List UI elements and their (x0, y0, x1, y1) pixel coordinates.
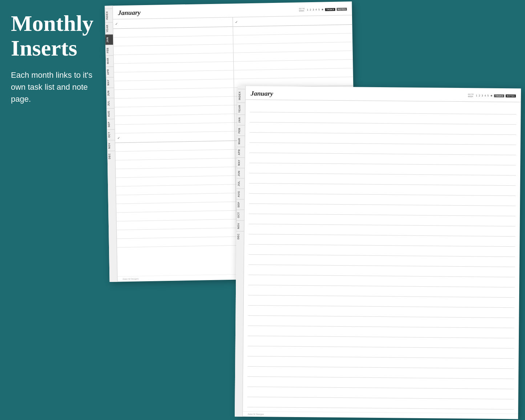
tab-dec-p1[interactable]: DEC (107, 151, 115, 162)
tasks-badge-p1[interactable]: TASKS (325, 8, 335, 11)
tab-apr-p2[interactable]: APR (237, 146, 245, 157)
tab-jun-p1[interactable]: JUN (106, 88, 114, 98)
nav-num-4-p2[interactable]: 4 (484, 94, 486, 97)
go-to-week-label-p2: GO TOWEEK (468, 93, 474, 97)
page2-nav: GO TOWEEK 1 2 3 4 5 ★ TASKS NOTES (468, 93, 516, 98)
tab-mar-p1[interactable]: MAR (106, 55, 114, 66)
page2-content: January GO TOWEEK 1 2 3 4 5 ★ TASKS NOTE… (243, 86, 521, 419)
tab-jul-p2[interactable]: JUL (237, 178, 245, 189)
tab-oct-p1[interactable]: OCT (107, 129, 115, 140)
nav-num-2-p1[interactable]: 2 (310, 8, 311, 11)
page1-title: January (118, 9, 141, 17)
tab-jan-p1[interactable]: JAN (105, 35, 113, 45)
left-panel: Monthly Inserts Each month links to it's… (11, 11, 105, 105)
go-to-week-label-p1: GO TOWEEK (299, 8, 305, 12)
page1-nav: GO TOWEEK 1 2 3 4 5 ★ TASKS NOTES (299, 7, 347, 12)
tab-aug-p1[interactable]: AUG (106, 108, 114, 119)
tab-sep-p2[interactable]: SEP (237, 199, 244, 210)
tasks-badge-p2[interactable]: TASKS (494, 94, 504, 97)
nav-num-3-p1[interactable]: 3 (312, 8, 314, 11)
tab-sep-p1[interactable]: SEP (107, 119, 114, 129)
check-icon-1: ✓ (115, 22, 118, 26)
page-2-notes: INDEX YEAR JAN FEB MAR APR MAY JUN JUL A… (235, 86, 521, 419)
tab-jun-p2[interactable]: JUN (237, 168, 245, 178)
tab-nov-p1[interactable]: NOV (107, 140, 115, 151)
page2-header: January GO TOWEEK 1 2 3 4 5 ★ TASKS NOTE… (246, 86, 521, 102)
tab-jul-p1[interactable]: JUL (106, 98, 114, 108)
nav-num-4-p1[interactable]: 4 (315, 8, 317, 11)
tab-year-p2[interactable]: YEAR (237, 102, 245, 115)
star-icon-p1[interactable]: ★ (321, 8, 324, 11)
tab-year-p1[interactable]: YEAR (105, 22, 113, 35)
tab-feb-p1[interactable]: FEB (105, 45, 113, 55)
tab-jan-p2[interactable]: JAN (237, 115, 245, 125)
tab-may-p2[interactable]: MAY (237, 157, 245, 168)
nav-num-1-p1[interactable]: 1 (307, 8, 308, 11)
tab-apr-p1[interactable]: APR (106, 66, 114, 77)
page2-title: January (251, 90, 273, 98)
tab-may-p1[interactable]: MAY (106, 77, 114, 88)
tab-mar-p2[interactable]: MAR (237, 136, 245, 147)
tab-index-p2[interactable]: INDEX (238, 89, 245, 102)
tab-dec-p2[interactable]: DEC (236, 231, 244, 242)
notes-badge-p2[interactable]: NOTES (506, 94, 516, 97)
check-icon-mid: ✓ (117, 136, 120, 140)
description-text: Each month links to it's own task list a… (11, 69, 105, 105)
task-col-1: ✓ ✓ (113, 17, 237, 276)
nav-num-3-p2[interactable]: 3 (481, 94, 483, 97)
main-title: Monthly Inserts (11, 11, 105, 60)
nav-num-5-p1[interactable]: 5 (318, 8, 320, 11)
tab-index-p1[interactable]: INDEX (105, 9, 113, 22)
nav-num-1-p2[interactable]: 1 (476, 94, 477, 97)
tab-feb-p2[interactable]: FEB (237, 125, 245, 136)
page2-lines-area (243, 100, 521, 414)
check-icon-2: ✓ (235, 20, 238, 24)
star-icon-p2[interactable]: ★ (490, 94, 493, 97)
tab-oct-p2[interactable]: OCT (237, 210, 244, 220)
task-row (117, 237, 237, 248)
notes-badge-p1[interactable]: NOTES (336, 8, 347, 11)
nav-num-5-p2[interactable]: 5 (487, 94, 489, 97)
tab-nov-p2[interactable]: NOV (237, 220, 244, 231)
nav-num-2-p2[interactable]: 2 (479, 94, 480, 97)
note-line (247, 397, 514, 409)
tab-aug-p2[interactable]: AUG (237, 188, 244, 199)
